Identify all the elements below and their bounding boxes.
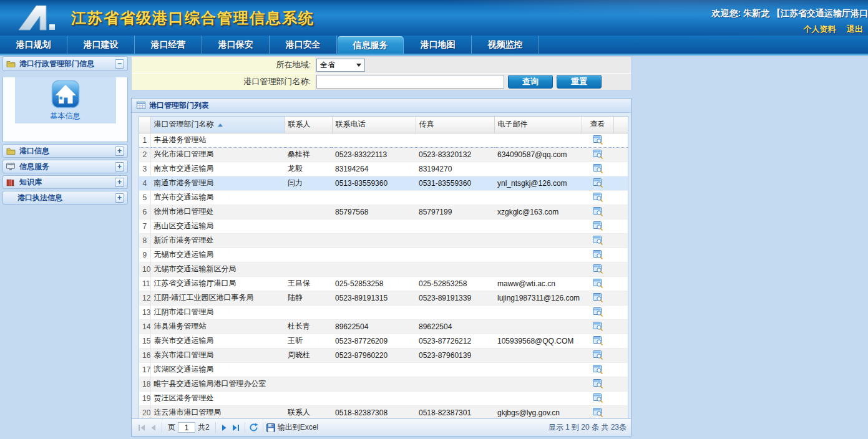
view-icon[interactable] bbox=[593, 322, 603, 331]
cell-contact: 杜长青 bbox=[285, 319, 332, 334]
sidebar-item-basic-info[interactable]: 基本信息 bbox=[15, 77, 116, 123]
pagination-bar: 页 共2 输出到Excel 显示 1 到 20 条 共 23条 bbox=[132, 418, 631, 436]
dept-name-input[interactable] bbox=[316, 75, 504, 89]
sidebar-panel-header-知识库[interactable]: 知识库+ bbox=[2, 175, 128, 189]
column-header-name[interactable]: 港口管理部门名称 bbox=[150, 117, 285, 133]
logout-link[interactable]: 退出 bbox=[847, 24, 863, 34]
row-number: 2 bbox=[139, 147, 150, 162]
table-row[interactable]: 20连云港市港口管理局联系人0518-823873080518-82387301… bbox=[139, 405, 628, 420]
column-header-phone[interactable]: 联系电话 bbox=[332, 117, 416, 133]
view-icon[interactable] bbox=[593, 350, 603, 360]
page-label: 页 bbox=[168, 422, 175, 433]
sidebar-panel-header[interactable]: 港口行政管理部门信息 − bbox=[2, 56, 128, 71]
next-page-button[interactable] bbox=[219, 422, 230, 433]
nav-tab-港口地图[interactable]: 港口地图 bbox=[404, 36, 472, 54]
view-icon[interactable] bbox=[593, 307, 603, 317]
table-row[interactable]: 6徐州市港口管理处8579756885797199xzgkglc@163.com bbox=[139, 205, 628, 219]
sidebar-panel-header-港口信息[interactable]: 港口信息+ bbox=[2, 144, 128, 158]
cell-email: 634090587@qq.com bbox=[494, 147, 582, 162]
cell-phone bbox=[332, 305, 416, 319]
sidebar-panel-header-港口执法信息[interactable]: 港口执法信息+ bbox=[2, 191, 128, 205]
table-row[interactable]: 15泰兴市交通运输局王昕0523-877262090523-8772621210… bbox=[139, 334, 628, 348]
view-icon[interactable] bbox=[593, 150, 603, 159]
region-select[interactable]: 全省 bbox=[316, 59, 365, 72]
nav-tab-港口安全[interactable]: 港口安全 bbox=[270, 36, 337, 54]
prev-page-button[interactable] bbox=[147, 422, 158, 433]
query-button[interactable]: 查询 bbox=[508, 75, 553, 89]
nav-tab-港口建设[interactable]: 港口建设 bbox=[67, 36, 135, 54]
cell-dept-name: 徐州市港口管理处 bbox=[150, 205, 285, 219]
nav-tab-港口保安[interactable]: 港口保安 bbox=[202, 36, 270, 54]
cell-contact: 联系人 bbox=[285, 405, 332, 420]
dept-table: 港口管理部门名称 联系人 联系电话 传真 电子邮件 查看 1丰县港务管理站2兴化… bbox=[139, 117, 628, 420]
view-icon[interactable] bbox=[593, 336, 603, 345]
table-row[interactable]: 12江阴-靖江工业园区港口事务局陆静0523-891913150523-8919… bbox=[139, 291, 628, 305]
reset-button[interactable]: 重置 bbox=[557, 75, 602, 89]
table-row[interactable]: 19贾汪区港务管理处 bbox=[139, 391, 628, 405]
cell-dept-name: 南京市交通运输局 bbox=[150, 162, 285, 176]
profile-link[interactable]: 个人资料 bbox=[803, 24, 836, 34]
expand-button[interactable]: + bbox=[115, 178, 124, 187]
expand-button[interactable]: + bbox=[115, 147, 124, 156]
table-row[interactable]: 18睢宁县交通运输局港口管理办公室 bbox=[139, 377, 628, 391]
table-row[interactable]: 16泰兴市港口管理局周晓柱0523-879602200523-87960139 bbox=[139, 348, 628, 362]
view-icon[interactable] bbox=[593, 207, 603, 216]
column-header-email[interactable]: 电子邮件 bbox=[494, 117, 582, 133]
table-row[interactable]: 1丰县港务管理站 bbox=[139, 133, 628, 147]
nav-tab-港口规划[interactable]: 港口规划 bbox=[0, 36, 67, 54]
sidebar-panel-admin-dept-info: 港口行政管理部门信息 − 基本信息 bbox=[2, 56, 128, 142]
sidebar-panel-label: 港口执法信息 bbox=[17, 193, 62, 203]
last-page-button[interactable] bbox=[230, 422, 241, 433]
view-icon[interactable] bbox=[593, 379, 603, 388]
filler-cell bbox=[613, 133, 628, 147]
table-row[interactable]: 10无锡市交通运输新区分局 bbox=[139, 262, 628, 276]
table-row[interactable]: 11江苏省交通运输厅港口局王昌保025-52853258025-52853258… bbox=[139, 276, 628, 291]
view-icon[interactable] bbox=[593, 193, 603, 202]
table-row[interactable]: 5宜兴市交通运输局 bbox=[139, 190, 628, 205]
view-icon[interactable] bbox=[593, 135, 603, 145]
sidebar-panel-header-信息服务[interactable]: 信息服务+ bbox=[2, 160, 128, 173]
view-icon[interactable] bbox=[593, 264, 603, 274]
column-header-view[interactable]: 查看 bbox=[582, 117, 613, 133]
cell-contact: 王昌保 bbox=[285, 276, 332, 291]
view-icon[interactable] bbox=[593, 178, 603, 188]
table-row[interactable]: 3南京市交通运输局龙毅8319426483194270 bbox=[139, 162, 628, 176]
table-row[interactable]: 2兴化市港口管理局桑桂祥0523-833221130523-8332013263… bbox=[139, 147, 628, 162]
export-excel-button[interactable]: 输出到Excel bbox=[266, 422, 318, 433]
row-number: 16 bbox=[139, 348, 150, 362]
expand-button[interactable]: + bbox=[115, 193, 124, 203]
view-icon[interactable] bbox=[593, 393, 603, 403]
table-row[interactable]: 9无锡市交通运输局 bbox=[139, 248, 628, 262]
header-filler bbox=[613, 117, 628, 133]
region-label: 所在地域: bbox=[132, 57, 315, 73]
row-number: 18 bbox=[139, 377, 150, 391]
nav-tab-信息服务[interactable]: 信息服务 bbox=[338, 36, 404, 54]
view-icon[interactable] bbox=[593, 293, 603, 302]
table-row[interactable]: 14沛县港务管理站杜长青8962250489622504 bbox=[139, 319, 628, 334]
row-number: 1 bbox=[139, 133, 150, 147]
view-icon[interactable] bbox=[593, 221, 603, 231]
table-row[interactable]: 8新沂市港务管理处 bbox=[139, 233, 628, 248]
view-icon[interactable] bbox=[593, 236, 603, 245]
cell-phone bbox=[332, 133, 416, 147]
table-row[interactable]: 4南通市港务管理局闫力0513-835593600531-83559360ynl… bbox=[139, 176, 628, 190]
page-input[interactable] bbox=[178, 422, 195, 433]
view-icon[interactable] bbox=[593, 250, 603, 259]
table-row[interactable]: 17滨湖区交通运输局 bbox=[139, 362, 628, 377]
view-icon[interactable] bbox=[593, 164, 603, 173]
view-icon[interactable] bbox=[593, 365, 603, 374]
cell-dept-name: 南通市港务管理局 bbox=[150, 176, 285, 190]
collapse-button[interactable]: − bbox=[115, 59, 124, 69]
nav-tab-视频监控[interactable]: 视频监控 bbox=[472, 36, 539, 54]
table-row[interactable]: 13江阴市港口管理局 bbox=[139, 305, 628, 319]
first-page-button[interactable] bbox=[136, 422, 147, 433]
refresh-button[interactable] bbox=[248, 422, 260, 433]
cell-fax bbox=[416, 133, 494, 147]
nav-tab-港口经营[interactable]: 港口经营 bbox=[135, 36, 202, 54]
expand-button[interactable]: + bbox=[115, 162, 124, 171]
table-row[interactable]: 7惠山区交通运输局 bbox=[139, 219, 628, 233]
column-header-fax[interactable]: 传真 bbox=[416, 117, 494, 133]
view-icon[interactable] bbox=[593, 279, 603, 288]
column-header-contact[interactable]: 联系人 bbox=[285, 117, 332, 133]
view-icon[interactable] bbox=[593, 408, 603, 417]
